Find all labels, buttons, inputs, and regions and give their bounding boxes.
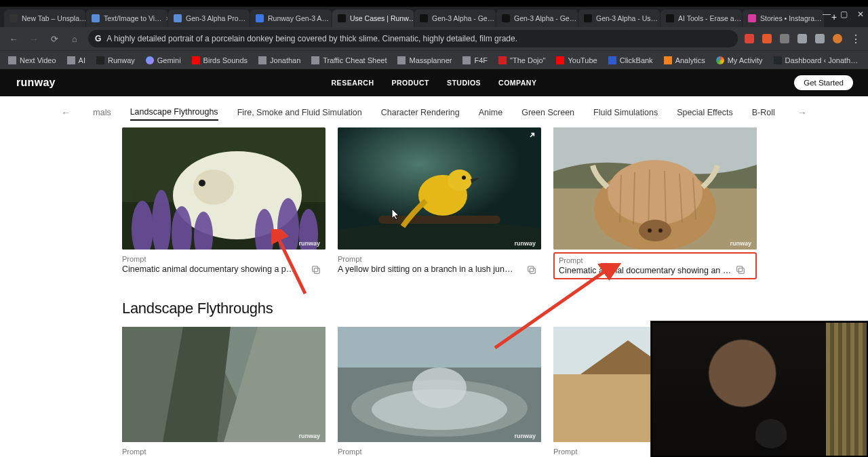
category-item[interactable]: Fluid Simulations [593, 105, 658, 120]
omnibox[interactable]: G A highly detailed portrait of a porcel… [88, 30, 738, 47]
prompt-text: Cinematic animal documentary showing an … [559, 266, 735, 275]
bookmark-item[interactable]: My Activity [713, 55, 766, 66]
example-card: runway Prompt Cinematic animal documenta… [553, 127, 757, 279]
prompt-row: Prompt Hyperspeed fly-through Arctic mou… [338, 448, 541, 457]
browser-tab[interactable]: AI Tools - Erase a…× [660, 9, 742, 27]
svg-rect-20 [528, 266, 534, 272]
home-button[interactable]: ⌂ [68, 34, 81, 44]
example-card: runway Prompt A yellow bird sitting on a… [338, 127, 541, 279]
nav-link-company[interactable]: COMPANY [498, 79, 536, 87]
prompt-row: Prompt Cinematic animal documentary show… [122, 255, 326, 274]
category-item[interactable]: Fire, Smoke and Fluid Simulation [237, 105, 362, 120]
back-button[interactable]: ← [7, 34, 20, 44]
svg-point-3 [193, 170, 234, 205]
bookmark-item[interactable]: Analytics [661, 55, 708, 66]
example-card: runway Prompt Hyperspeed fly-through Arc… [338, 327, 541, 457]
category-item[interactable]: Anime [479, 105, 502, 120]
video-thumbnail[interactable]: runway [122, 127, 326, 250]
close-window-icon[interactable]: ✕ [857, 9, 864, 19]
brand-logo[interactable]: runway [16, 77, 56, 89]
bookmark-item[interactable]: Birds Sounds [189, 55, 250, 66]
extension-icon[interactable] [762, 34, 772, 43]
copy-icon[interactable] [735, 264, 746, 275]
tab-label: Runway Gen-3 A… [268, 14, 329, 22]
browser-tab[interactable]: Runway Gen-3 A…× [250, 9, 332, 27]
browser-tab[interactable]: Text/Image to Vi…× [86, 9, 167, 27]
browser-tab-active[interactable]: Use Cases | Runw…× [332, 9, 414, 27]
category-item[interactable]: Green Screen [521, 105, 574, 120]
expand-icon[interactable] [525, 132, 536, 142]
webcam-overlay [651, 321, 868, 457]
nav-link-product[interactable]: PRODUCT [391, 79, 429, 87]
example-card: runway Prompt Cinematic animal documenta… [122, 127, 326, 279]
chevron-right-icon[interactable]: → [794, 107, 810, 118]
svg-point-18 [462, 176, 466, 180]
kebab-menu-icon[interactable]: ⋮ [850, 33, 861, 45]
category-strip: ← mals Landscape Flythroughs Fire, Smoke… [0, 100, 868, 125]
svg-rect-19 [530, 268, 535, 273]
video-thumbnail[interactable]: runway [122, 327, 326, 442]
bookmark-item[interactable]: "The Dojo" [496, 55, 548, 66]
category-item[interactable]: Landscape Flythroughs [130, 104, 218, 121]
svg-point-17 [448, 170, 472, 191]
address-bar: ← → ⟳ ⌂ G A highly detailed portrait of … [0, 27, 868, 50]
nav-link-studios[interactable]: STUDIOS [447, 79, 481, 87]
svg-rect-13 [313, 266, 318, 272]
close-icon[interactable]: × [166, 14, 167, 22]
extension-icon[interactable] [780, 34, 789, 43]
bookmark-item[interactable]: F4F [460, 55, 490, 66]
bookmark-item[interactable]: Dashboard ‹ Jonath… [771, 55, 861, 66]
bookmark-item[interactable]: Gemini [143, 55, 184, 66]
browser-tab[interactable]: Gen-3 Alpha Pro…× [168, 9, 250, 27]
bookmark-item[interactable]: Massplanner [395, 55, 454, 66]
microphone-icon [755, 419, 787, 456]
tab-label: AI Tools - Erase a… [678, 14, 741, 22]
prompt-text: A yellow bird sitting on a branch in a l… [338, 264, 514, 274]
bookmark-item[interactable]: Jonathan [256, 55, 303, 66]
nav-link-research[interactable]: RESEARCH [332, 79, 374, 87]
video-thumbnail[interactable]: runway [553, 127, 757, 250]
category-item[interactable]: B-Roll [752, 105, 775, 120]
extension-icon[interactable] [745, 34, 754, 43]
bookmark-item[interactable]: Runway [94, 55, 138, 66]
watermark: runway [298, 240, 320, 247]
bookmark-item[interactable]: YouTube [553, 55, 599, 66]
bookmark-item[interactable]: ClickBank [606, 55, 656, 66]
prompt-label: Prompt [338, 448, 541, 456]
tab-label: Text/Image to Vi… [104, 14, 162, 22]
prompt-row: Prompt A yellow bird sitting on a branch… [338, 255, 541, 274]
browser-tab[interactable]: Stories • Instagra…× [743, 9, 824, 27]
copy-icon[interactable] [311, 264, 321, 275]
browser-tab[interactable]: Gen-3 Alpha - Ge…× [496, 9, 578, 27]
category-item[interactable]: Character Rendering [381, 105, 460, 120]
category-item[interactable]: Special Effects [677, 105, 732, 120]
tab-label: Gen-3 Alpha - Ge… [514, 14, 576, 22]
prompt-label: Prompt [122, 255, 326, 263]
extension-icon[interactable] [797, 34, 807, 43]
extensions-menu-icon[interactable] [815, 34, 825, 43]
video-thumbnail[interactable]: runway [338, 327, 541, 442]
get-started-button[interactable]: Get Started [794, 75, 853, 90]
video-thumbnail[interactable]: runway [338, 127, 541, 250]
browser-tab[interactable]: Gen-3 Alpha - Us…× [578, 9, 660, 27]
browser-tab[interactable]: New Tab – Unspla…× [4, 9, 85, 27]
svg-rect-35 [737, 266, 743, 272]
site-header: runway RESEARCH PRODUCT STUDIOS COMPANY … [0, 69, 868, 96]
category-truncated[interactable]: mals [93, 105, 111, 120]
maximize-icon[interactable]: ▢ [840, 9, 848, 19]
bookmark-item[interactable]: Traffic Cheat Sheet [309, 55, 389, 66]
watermark: runway [730, 240, 751, 247]
browser-tab[interactable]: Gen-3 Alpha - Ge…× [414, 9, 496, 27]
minimize-icon[interactable]: — [823, 9, 831, 19]
prompt-label: Prompt [559, 256, 751, 264]
bookmark-item[interactable]: Next Video [5, 55, 59, 66]
watermark: runway [514, 240, 536, 247]
forward-button[interactable]: → [27, 34, 41, 44]
copy-icon[interactable] [526, 264, 537, 275]
bookmark-item[interactable]: AI [64, 55, 88, 66]
chevron-left-icon[interactable]: ← [58, 107, 74, 118]
reload-button[interactable]: ⟳ [47, 34, 61, 44]
svg-point-31 [639, 220, 671, 241]
svg-point-32 [648, 228, 652, 233]
profile-avatar[interactable] [833, 34, 842, 43]
